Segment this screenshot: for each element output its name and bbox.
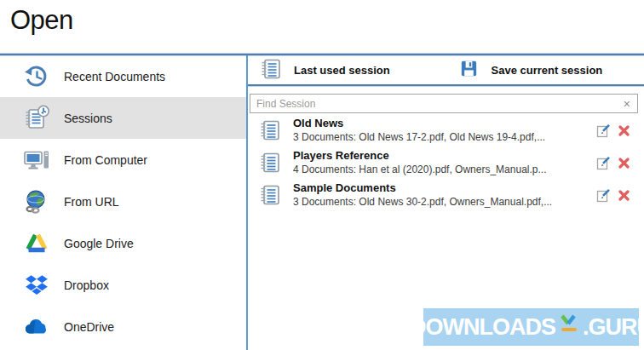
watermark-text-left: DOWNLOADS <box>410 314 555 341</box>
sidebar-item-label: Sessions <box>64 112 112 125</box>
save-icon <box>458 58 480 82</box>
sidebar-item-label: OneDrive <box>64 320 114 334</box>
last-used-session-button[interactable]: Last used session <box>248 55 446 84</box>
edit-pencil-icon <box>596 123 611 138</box>
sidebar-item-dropbox[interactable]: Dropbox <box>0 264 246 306</box>
sidebar-item-from-url[interactable]: From URL <box>0 181 246 222</box>
delete-session-button[interactable] <box>618 158 630 169</box>
google-drive-icon <box>22 229 51 258</box>
find-session-box: × <box>250 94 638 113</box>
computer-icon <box>22 146 51 175</box>
session-row-sample-documents[interactable]: Sample Documents 3 Documents: Old News 3… <box>248 179 644 211</box>
notebook-icon <box>259 119 281 141</box>
sidebar-item-recent-documents[interactable]: Recent Documents <box>0 55 246 97</box>
delete-x-icon <box>618 190 630 201</box>
delete-session-button[interactable] <box>618 125 630 136</box>
notebook-icon <box>259 184 281 206</box>
dropbox-icon <box>22 271 51 300</box>
session-details: 3 Documents: Old News 17-2.pdf, Old News… <box>293 131 545 144</box>
sidebar-item-from-computer[interactable]: From Computer <box>0 139 246 181</box>
globe-link-icon <box>22 187 51 216</box>
session-title: Sample Documents <box>293 181 552 195</box>
delete-x-icon <box>618 125 630 136</box>
edit-session-button[interactable] <box>596 188 611 203</box>
find-session-input[interactable] <box>250 98 617 110</box>
notebook-icon <box>260 58 282 83</box>
session-details: 4 Documents: Han et al (2020).pdf, Owner… <box>293 164 547 176</box>
notebook-icon <box>259 152 281 174</box>
sidebar-item-google-drive[interactable]: Google Drive <box>0 222 246 264</box>
sidebar-item-label: Google Drive <box>64 237 134 250</box>
download-arrow-icon <box>558 313 580 341</box>
session-row-old-news[interactable]: Old News 3 Documents: Old News 17-2.pdf,… <box>248 114 644 146</box>
delete-x-icon <box>618 158 630 169</box>
edit-pencil-icon <box>596 156 611 170</box>
session-row-players-reference[interactable]: Players Reference 4 Documents: Han et al… <box>248 146 644 179</box>
edit-session-button[interactable] <box>596 156 611 170</box>
session-list: Old News 3 Documents: Old News 17-2.pdf,… <box>248 114 644 211</box>
recent-history-icon <box>22 62 51 91</box>
save-current-session-button[interactable]: Save current session <box>446 55 644 84</box>
session-title: Players Reference <box>293 149 547 163</box>
sidebar: Recent Documents <box>0 55 246 350</box>
sidebar-item-label: Dropbox <box>64 278 109 292</box>
sidebar-item-label: Recent Documents <box>64 70 165 83</box>
watermark-text-right: .GURU <box>583 314 644 341</box>
sidebar-item-label: From URL <box>64 195 119 209</box>
session-title: Old News <box>293 117 545 130</box>
main-panel: Last used session Save current session × <box>248 55 644 350</box>
sessions-icon <box>22 104 51 133</box>
sidebar-item-sessions[interactable]: Sessions <box>0 97 246 139</box>
edit-session-button[interactable] <box>596 123 611 138</box>
sidebar-item-onedrive[interactable]: OneDrive <box>0 306 246 347</box>
page-title: Open <box>10 5 73 36</box>
downloads-guru-watermark[interactable]: DOWNLOADS .GURU <box>423 308 639 346</box>
edit-pencil-icon <box>596 188 611 203</box>
last-used-session-label: Last used session <box>294 64 390 77</box>
delete-session-button[interactable] <box>618 190 630 201</box>
sidebar-item-label: From Computer <box>64 153 147 167</box>
session-details: 3 Documents: Old News 30-2.pdf, Owners_M… <box>293 196 552 209</box>
clear-search-icon[interactable]: × <box>617 98 637 110</box>
save-current-session-label: Save current session <box>492 64 603 77</box>
onedrive-icon <box>22 313 51 341</box>
sessions-toolbar: Last used session Save current session <box>248 55 644 86</box>
